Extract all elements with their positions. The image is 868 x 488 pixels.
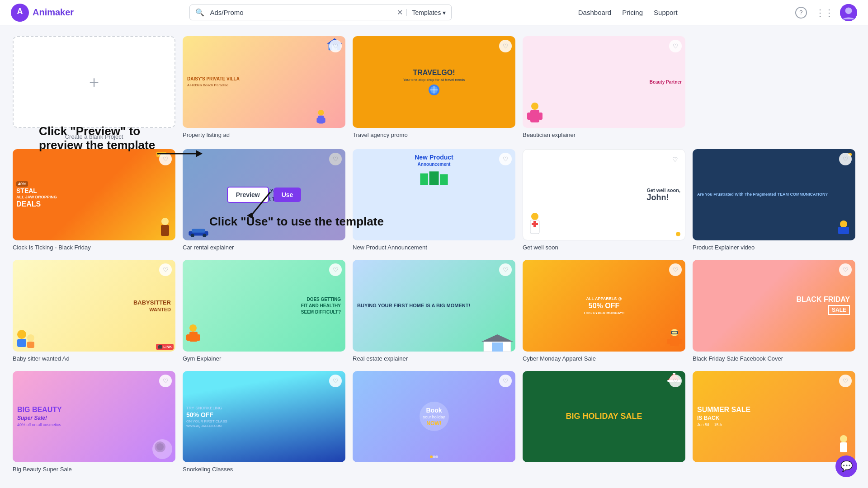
cyber-preview-btn[interactable]: Preview: [567, 297, 609, 314]
travel-heart[interactable]: ♡: [499, 40, 512, 52]
nav-support[interactable]: Support: [654, 9, 678, 16]
car-use-btn[interactable]: Use: [274, 188, 302, 202]
book-use-btn[interactable]: Use: [443, 409, 472, 424]
bb-heart[interactable]: ♡: [159, 375, 172, 387]
re-label: Real estate explainer: [353, 355, 515, 362]
template-card-gym: DOES GETTING FIT AND HEALTHY SEEM DIFFIC…: [183, 260, 345, 362]
gws-preview-btn[interactable]: Preview: [567, 187, 609, 203]
template-card-babysitter: BABYSITTER WANTED ⬛ LINK ♡ Preview Use B…: [13, 260, 175, 362]
beauty-heart[interactable]: ♡: [669, 40, 682, 52]
car-label: Car rental explainer: [183, 244, 345, 251]
bb-use-btn[interactable]: Use: [104, 409, 132, 424]
template-card-bigbeauty: BIG BEAUTY Super Sale! 40% off on all co…: [13, 371, 175, 473]
bfc-heart[interactable]: ♡: [839, 263, 852, 276]
property-label: Property listing ad: [183, 131, 345, 138]
bfcover-thumb[interactable]: BLACK FRIDAY SALE ♡ Preview Use: [693, 260, 855, 352]
hs-use-btn[interactable]: Use: [613, 409, 642, 424]
realestate-thumb[interactable]: BUYING YOUR FIRST HOME IS A BIG MOMENT! …: [353, 260, 515, 352]
ss-heart[interactable]: ♡: [839, 375, 852, 387]
gym-thumb[interactable]: DOES GETTING FIT AND HEALTHY SEEM DIFFIC…: [183, 260, 345, 352]
bs-preview-btn[interactable]: Preview: [57, 297, 99, 314]
user-avatar[interactable]: [840, 4, 857, 21]
book-thumb[interactable]: Book your holiday NOW! ♡ Preview Use: [353, 371, 515, 463]
travel-thumb[interactable]: TRAVELGO! Your one-stop shop for all tra…: [353, 36, 515, 128]
re-heart[interactable]: ♡: [499, 263, 512, 276]
template-card-cybermonday: ALL APPARELS @ 50% OFF THIS CYBER MONDAY…: [523, 260, 685, 362]
property-heart[interactable]: ♡: [329, 40, 342, 52]
car-preview-btn[interactable]: Preview: [227, 187, 269, 203]
bf-use-btn[interactable]: Use: [104, 188, 132, 202]
bigbeauty-thumb[interactable]: BIG BEAUTY Super Sale! 40% off on all co…: [13, 371, 175, 463]
search-clear-icon[interactable]: ✕: [393, 8, 406, 17]
template-grid-wrapper: Click "Preview" to preview the template …: [13, 36, 855, 473]
snork-heart[interactable]: ♡: [329, 375, 342, 387]
gws-heart[interactable]: ♡: [669, 153, 681, 166]
holiday-thumb[interactable]: BIG HOLIDAY SALE ♡ Preview Use: [523, 371, 685, 463]
newproduct-thumb[interactable]: New Product Announcement ♡ Preview Use: [353, 149, 515, 241]
gws-thumb[interactable]: Get well soon, John! ♡ Preview Use: [523, 149, 685, 241]
ss-preview-btn[interactable]: Preview: [737, 408, 779, 425]
cyber-heart[interactable]: ♡: [669, 263, 682, 276]
car-thumb[interactable]: How Are You Going To Get There? ♡ Previe…: [183, 149, 345, 241]
beauty-preview-btn[interactable]: Preview: [567, 74, 609, 90]
header: A Animaker 🔍 ✕ Templates ▾ Dashboard Pri…: [0, 0, 868, 25]
summer-thumb[interactable]: SUMMER SALE IS BACK Jun 5th - 15th ♡ Pre…: [693, 371, 855, 463]
logo[interactable]: A Animaker: [11, 4, 74, 22]
hs-heart[interactable]: ♡: [669, 375, 682, 387]
cyber-thumb[interactable]: ALL APPARELS @ 50% OFF THIS CYBER MONDAY…: [523, 260, 685, 352]
nav-pricing[interactable]: Pricing: [622, 9, 643, 16]
nav-dashboard[interactable]: Dashboard: [578, 9, 611, 16]
exp-heart[interactable]: ♡: [839, 153, 852, 165]
svg-text:A: A: [17, 7, 23, 16]
empty-cell-0: [693, 36, 855, 140]
template-card-newproduct: New Product Announcement ♡ Preview Use N…: [353, 149, 515, 251]
babysitter-thumb[interactable]: BABYSITTER WANTED ⬛ LINK ♡ Preview Use: [13, 260, 175, 352]
bf-preview-btn[interactable]: Preview: [57, 187, 99, 203]
bs-use-btn[interactable]: Use: [104, 298, 132, 313]
template-card-summersale: SUMMER SALE IS BACK Jun 5th - 15th ♡ Pre…: [693, 371, 855, 473]
snork-preview-btn[interactable]: Preview: [227, 408, 269, 425]
beauty-thumb[interactable]: Beauty Partner ♡ Preview Use: [523, 36, 685, 128]
gym-heart[interactable]: ♡: [329, 263, 342, 276]
bs-heart[interactable]: ♡: [159, 263, 172, 276]
search-filter-dropdown[interactable]: Templates ▾: [406, 9, 452, 16]
travel-preview-btn[interactable]: Preview: [397, 74, 439, 90]
gym-use-btn[interactable]: Use: [274, 298, 302, 313]
bfc-preview-btn[interactable]: Preview: [737, 297, 779, 314]
template-card-realestate: BUYING YOUR FIRST HOME IS A BIG MOMENT! …: [353, 260, 515, 362]
exp-use-btn[interactable]: Use: [783, 188, 811, 202]
ss-use-btn[interactable]: Use: [783, 409, 811, 424]
help-icon[interactable]: ?: [793, 5, 809, 21]
cyber-use-btn[interactable]: Use: [613, 298, 642, 313]
snork-use-btn[interactable]: Use: [274, 409, 302, 424]
np-use-btn[interactable]: Use: [443, 188, 472, 202]
re-preview-btn[interactable]: Preview: [397, 297, 439, 314]
exp-preview-btn[interactable]: Preview: [737, 187, 779, 203]
property-use-btn[interactable]: Use: [274, 75, 302, 89]
template-card-property: DAISY'S PRIVATE VILLA A Hidden Beach Par…: [183, 36, 345, 140]
travel-use-btn[interactable]: Use: [443, 75, 472, 89]
bf-heart[interactable]: ♡: [159, 153, 172, 165]
re-use-btn[interactable]: Use: [443, 298, 472, 313]
bfc-use-btn[interactable]: Use: [783, 298, 811, 313]
explainer-thumb[interactable]: Are You Frustrated With The Fragmented T…: [693, 149, 855, 241]
book-preview-btn[interactable]: Preview: [397, 408, 439, 425]
property-thumb[interactable]: DAISY'S PRIVATE VILLA A Hidden Beach Par…: [183, 36, 345, 128]
np-heart[interactable]: ♡: [499, 153, 512, 165]
snorkeling-thumb[interactable]: TRY SNORKELING 50% OFF ON YOUR FIRST CLA…: [183, 371, 345, 463]
search-input[interactable]: [210, 5, 393, 20]
bb-preview-btn[interactable]: Preview: [57, 408, 99, 425]
template-card-beauty: Beauty Partner ♡ Preview Use Beautician …: [523, 36, 685, 140]
gws-use-btn[interactable]: Use: [613, 188, 642, 202]
blank-card-thumb[interactable]: ＋: [13, 36, 175, 128]
book-heart[interactable]: ♡: [499, 375, 512, 387]
gym-preview-btn[interactable]: Preview: [227, 297, 269, 314]
hs-preview-btn[interactable]: Preview: [567, 408, 609, 425]
beauty-use-btn[interactable]: Use: [613, 75, 642, 89]
np-preview-btn[interactable]: Preview: [397, 187, 439, 203]
apps-grid-icon[interactable]: ⋮⋮: [816, 5, 833, 21]
blackfriday-thumb[interactable]: 40% STEAL ALL JAW DROPPING DEALS 50% ♡ P…: [13, 149, 175, 241]
template-card-bfcover: BLACK FRIDAY SALE ♡ Preview Use Black Fr…: [693, 260, 855, 362]
property-preview-btn[interactable]: Preview: [227, 74, 269, 90]
chat-bubble[interactable]: 💬: [835, 455, 857, 477]
